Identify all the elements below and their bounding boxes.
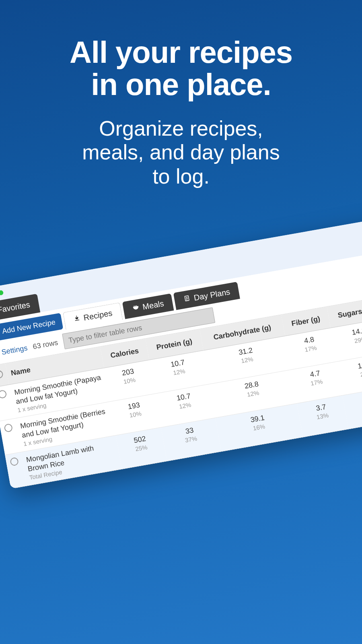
row-checkbox[interactable]	[0, 390, 7, 399]
hero-subtitle: Organize recipes, meals, and day plans t…	[20, 117, 342, 189]
row-count: 63 rows	[32, 339, 59, 351]
hero-title-line1: All your recipes	[20, 36, 342, 68]
hero-title-line2: in one place.	[20, 68, 342, 101]
plus-icon: +	[0, 328, 0, 337]
hero-sub-line1: Organize recipes,	[20, 117, 342, 141]
svg-rect-0	[185, 295, 189, 301]
cell: 50225%	[116, 427, 167, 469]
tab-recipes-label: Recipes	[83, 308, 113, 322]
app-window-mock: ♥ Favorites + Add New Recipe Recipes	[0, 209, 362, 489]
tab-meals-label: Meals	[142, 299, 165, 312]
row-checkbox[interactable]	[4, 423, 13, 433]
select-all-checkbox[interactable]	[0, 370, 4, 379]
settings-label: Settings	[1, 344, 28, 357]
row-checkbox[interactable]	[10, 457, 19, 466]
settings-link[interactable]: Settings	[0, 344, 28, 358]
hero-sub-line2: meals, and day plans	[20, 140, 342, 165]
mortar-pestle-icon	[72, 314, 81, 324]
tab-favorites-label: Favorites	[0, 300, 31, 315]
app-window: ♥ Favorites + Add New Recipe Recipes	[0, 209, 362, 489]
cell: 3.713%	[297, 395, 348, 437]
hero-title: All your recipes in one place.	[20, 36, 342, 101]
hero-sub-line3: to log.	[20, 165, 342, 189]
hero: All your recipes in one place. Organize …	[0, 0, 362, 201]
tab-dayplans-label: Day Plans	[193, 287, 231, 303]
window-zoom-icon[interactable]	[0, 290, 4, 295]
bowl-icon	[132, 303, 140, 314]
clipboard-icon	[183, 294, 191, 305]
